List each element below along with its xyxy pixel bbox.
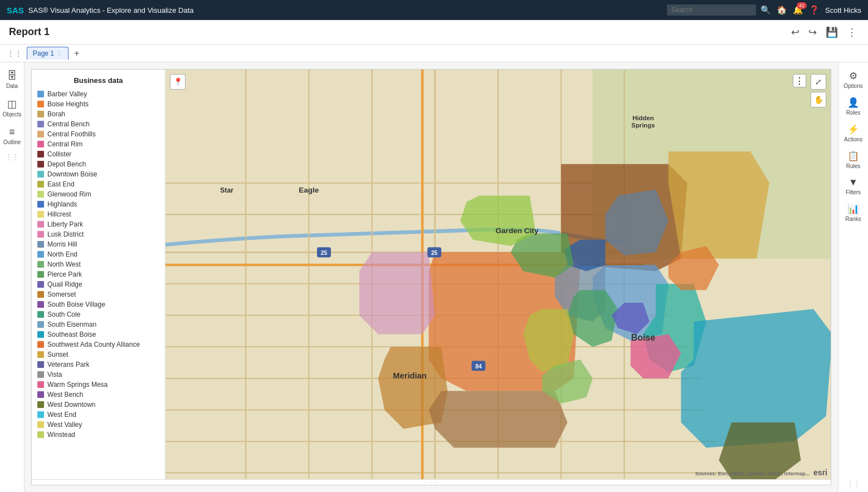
legend-item[interactable]: Barber Valley xyxy=(37,89,159,99)
legend-item[interactable]: Pierce Park xyxy=(37,269,159,279)
right-tabs-handle[interactable]: ⋮⋮ xyxy=(845,480,862,488)
search-icon[interactable]: 🔍 xyxy=(760,5,771,15)
esri-watermark: Sources: Esri, HERE, Garmin, USGS, Inter… xyxy=(695,468,827,477)
legend-item[interactable]: West Downtown xyxy=(37,400,159,410)
svg-marker-39 xyxy=(428,391,567,447)
help-icon[interactable]: ❓ xyxy=(809,5,820,15)
bell-icon[interactable]: 🔔 41 xyxy=(793,5,803,15)
legend-item-label: Winstead xyxy=(47,431,75,439)
legend-item[interactable]: South Cole xyxy=(37,309,159,319)
legend-item[interactable]: Downtown Boise xyxy=(37,169,159,179)
legend-item[interactable]: Highlands xyxy=(37,199,159,209)
search-input[interactable] xyxy=(667,4,756,16)
legend-item[interactable]: Lusk District xyxy=(37,229,159,239)
legend-color-swatch xyxy=(37,111,44,117)
legend-item-label: East End xyxy=(47,180,75,188)
legend-item[interactable]: North West xyxy=(37,259,159,269)
sidebar-item-ranks[interactable]: 📊 Ranks xyxy=(840,200,867,225)
legend-item[interactable]: Somerset xyxy=(37,289,159,299)
legend-item[interactable]: Morris Hill xyxy=(37,239,159,249)
legend-item[interactable]: Glenwood Rim xyxy=(37,189,159,199)
legend-item[interactable]: West End xyxy=(37,410,159,420)
legend-color-swatch xyxy=(37,431,44,438)
legend-item[interactable]: Quail Ridge xyxy=(37,279,159,289)
legend-item[interactable]: Southeast Boise xyxy=(37,329,159,340)
rules-icon: 📋 xyxy=(847,150,859,162)
legend-item[interactable]: Central Rim xyxy=(37,139,159,149)
sidebar-item-filters[interactable]: ▼ Filters xyxy=(840,174,867,199)
legend-item-label: Central Bench xyxy=(47,120,90,128)
undo-button[interactable]: ↩ xyxy=(789,24,802,41)
legend-item[interactable]: Vista xyxy=(37,370,159,380)
legend-item[interactable]: Southwest Ada County Alliance xyxy=(37,340,159,350)
report-titlebar: Report 1 ↩ ↪ 💾 ⋮ xyxy=(0,20,868,45)
legend-item-label: Sunset xyxy=(47,351,68,358)
sidebar-item-objects[interactable]: ◫ Objects xyxy=(1,95,23,121)
legend-item-label: Morris Hill xyxy=(47,240,77,248)
legend-item[interactable]: Sunset xyxy=(37,350,159,360)
add-page-button[interactable]: + xyxy=(71,47,82,60)
legend-color-swatch xyxy=(37,351,44,358)
sidebar-item-rules[interactable]: 📋 Rules xyxy=(840,147,867,173)
sidebar-item-options[interactable]: ⚙ Options xyxy=(840,67,867,92)
legend-color-swatch xyxy=(37,91,44,97)
legend-item[interactable]: Liberty Park xyxy=(37,219,159,229)
pan-map-button[interactable]: ✋ xyxy=(811,92,826,107)
options-label: Options xyxy=(843,83,862,89)
sidebar-item-actions[interactable]: ⚡ Actions xyxy=(840,120,867,146)
expand-map-button[interactable]: ⤢ xyxy=(811,74,826,90)
svg-text:25: 25 xyxy=(321,250,328,256)
legend-item-label: Quail Ridge xyxy=(47,281,82,288)
home-icon[interactable]: 🏠 xyxy=(777,5,787,15)
legend-item[interactable]: Boise Heights xyxy=(37,99,159,109)
sidebar-item-outline[interactable]: ≡ Outline xyxy=(1,123,23,149)
legend-item[interactable]: South Boise Village xyxy=(37,299,159,309)
legend-item-label: Downtown Boise xyxy=(47,170,97,178)
legend-item[interactable]: Borah xyxy=(37,109,159,119)
legend-item-label: Depot Bench xyxy=(47,160,86,168)
map-more-options[interactable]: ⋮ xyxy=(793,74,806,87)
legend-item-label: North End xyxy=(47,250,77,258)
legend-item-label: Central Foothills xyxy=(47,130,96,138)
legend-item[interactable]: Central Bench xyxy=(37,119,159,129)
ranks-icon: 📊 xyxy=(847,203,859,215)
legend-item-label: Collister xyxy=(47,150,71,158)
tabs-left-handle[interactable]: ⋮⋮ xyxy=(4,49,25,58)
options-icon: ⚙ xyxy=(849,70,857,82)
map-controls: ⤢ ✋ xyxy=(811,74,826,107)
map-locator-button[interactable]: 📍 xyxy=(170,74,186,90)
canvas-resize-handle[interactable]: · · · xyxy=(32,479,831,485)
map-area[interactable]: 📍 xyxy=(165,70,831,479)
user-name[interactable]: Scott Hicks xyxy=(825,6,861,14)
roles-icon: 👤 xyxy=(847,97,859,109)
legend-color-swatch xyxy=(37,371,44,378)
legend-item[interactable]: Hillcrest xyxy=(37,209,159,219)
legend-item[interactable]: North End xyxy=(37,249,159,259)
left-tabs-handle[interactable]: ⋮⋮ xyxy=(3,153,21,161)
notification-badge: 41 xyxy=(797,2,807,9)
legend-item[interactable]: East End xyxy=(37,179,159,189)
svg-text:Hidden: Hidden xyxy=(632,115,654,121)
legend-item[interactable]: Collister xyxy=(37,149,159,159)
legend-item[interactable]: West Valley xyxy=(37,420,159,430)
save-button[interactable]: 💾 xyxy=(823,24,840,41)
sidebar-item-data[interactable]: 🗄 Data xyxy=(1,67,23,92)
redo-button[interactable]: ↪ xyxy=(806,24,819,41)
more-options-button[interactable]: ⋮ xyxy=(845,24,859,41)
sas-logo: SAS xyxy=(7,6,24,15)
page-tab-1[interactable]: Page 1 ⋮ xyxy=(27,47,69,60)
legend-item[interactable]: Winstead xyxy=(37,430,159,440)
legend-item[interactable]: Depot Bench xyxy=(37,159,159,169)
legend-item[interactable]: Warm Springs Mesa xyxy=(37,380,159,390)
outline-icon: ≡ xyxy=(9,126,15,138)
legend-color-swatch xyxy=(37,331,44,338)
legend-item[interactable]: South Eisenman xyxy=(37,319,159,329)
legend-item[interactable]: Veterans Park xyxy=(37,360,159,370)
page-tab-1-options[interactable]: ⋮ xyxy=(56,50,62,57)
legend-item[interactable]: West Bench xyxy=(37,390,159,400)
legend-item[interactable]: Central Foothills xyxy=(37,129,159,139)
legend-item-label: Boise Heights xyxy=(47,100,89,108)
content-area: Business data Barber ValleyBoise Heights… xyxy=(25,62,838,492)
sidebar-item-roles[interactable]: 👤 Roles xyxy=(840,94,867,119)
left-sidebar: 🗄 Data ◫ Objects ≡ Outline ⋮⋮ xyxy=(0,62,25,492)
